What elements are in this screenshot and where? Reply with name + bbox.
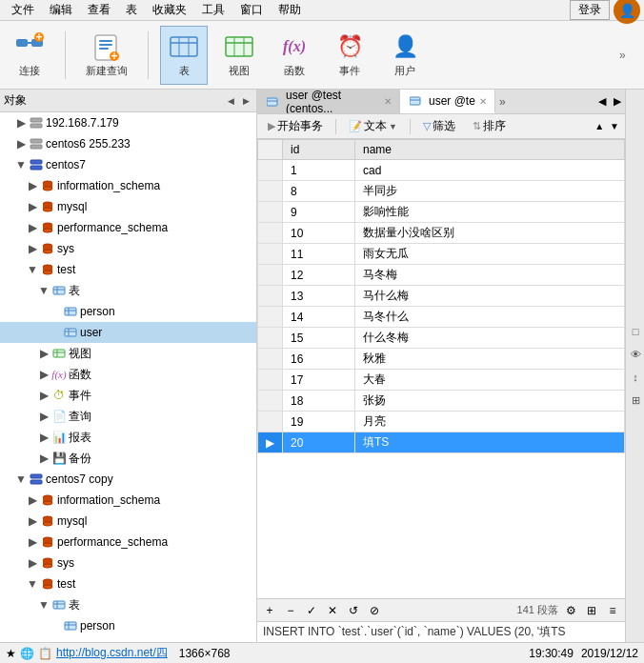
table-row[interactable]: 15什么冬梅 <box>258 328 625 349</box>
cell-name[interactable]: 什么冬梅 <box>355 328 625 349</box>
sidebar-item-user[interactable]: ▶ user <box>0 322 256 343</box>
cell-id[interactable]: 9 <box>283 202 355 223</box>
toolbar-expand[interactable]: » <box>619 49 638 62</box>
cell-id[interactable]: 16 <box>283 349 355 370</box>
cell-name[interactable]: 半同步 <box>355 181 625 202</box>
toolbar-event[interactable]: ⏰ 事件 <box>326 26 373 85</box>
sidebar-item-query-group[interactable]: ▶ 📄 查询 <box>0 406 256 427</box>
btn-add-row[interactable]: + <box>261 602 278 619</box>
sidebar-item-backup-group[interactable]: ▶ 💾 备份 <box>0 448 256 469</box>
sidebar-item-table-group[interactable]: ▼ 表 <box>0 280 256 301</box>
sidebar-item-db7[interactable]: ▶ mysql <box>0 511 256 532</box>
sidebar-item-view-group[interactable]: ▶ 视图 <box>0 343 256 364</box>
sidebar-item-server3[interactable]: ▼ centos7 <box>0 154 256 175</box>
table-row[interactable]: 16秋雅 <box>258 349 625 370</box>
sidebar-item-db6[interactable]: ▶ information_schema <box>0 490 256 511</box>
btn-refresh[interactable]: ↺ <box>345 602 362 619</box>
table-row[interactable]: 14马冬什么 <box>258 307 625 328</box>
cell-name[interactable]: 填TS <box>355 432 625 453</box>
btn-filter[interactable]: ▽ 筛选 <box>416 115 462 137</box>
btn-sort[interactable]: ⇅ 排序 <box>466 115 513 137</box>
tool-grid[interactable]: ⊞ <box>626 391 644 410</box>
cell-id[interactable]: 10 <box>283 223 355 244</box>
sidebar-item-db4[interactable]: ▶ sys <box>0 238 256 259</box>
sidebar-item-db5[interactable]: ▼ test <box>0 259 256 280</box>
cell-name[interactable]: 张扬 <box>355 391 625 412</box>
menu-tools[interactable]: 工具 <box>194 0 232 20</box>
cell-name[interactable]: 马冬什么 <box>355 307 625 328</box>
sidebar-item-func-group[interactable]: ▶ f(x) 函数 <box>0 364 256 385</box>
table-row[interactable]: 13马什么梅 <box>258 286 625 307</box>
sidebar-item-person[interactable]: ▶ person <box>0 301 256 322</box>
tool-eye[interactable]: 👁 <box>626 345 644 364</box>
sidebar-item-event-group[interactable]: ▶ ⏱ 事件 <box>0 385 256 406</box>
cell-name[interactable]: 马冬梅 <box>355 265 625 286</box>
btn-grid-view[interactable]: ⊞ <box>583 602 600 619</box>
menu-help[interactable]: 帮助 <box>271 0 309 20</box>
tab-1[interactable]: user @te ✕ <box>400 90 495 113</box>
sidebar-item-person2[interactable]: ▶ person <box>0 615 256 636</box>
sidebar-item-server2[interactable]: ▶ centos6 255.233 <box>0 133 256 154</box>
table-row[interactable]: 19月亮 <box>258 412 625 432</box>
cell-name[interactable]: 月亮 <box>355 412 625 432</box>
col-id[interactable]: id <box>283 140 355 160</box>
table-row[interactable]: 18张扬 <box>258 391 625 412</box>
btn-remove-row[interactable]: − <box>282 602 299 619</box>
table-container[interactable]: id name 1cad8半同步9影响性能10数据量小没啥区别11雨女无瓜12马… <box>257 139 625 598</box>
panel-scroll-down[interactable]: ▼ <box>608 119 621 133</box>
table-row[interactable]: 11雨女无瓜 <box>258 244 625 265</box>
sidebar-item-db9[interactable]: ▶ sys <box>0 552 256 573</box>
toolbar-table[interactable]: 表 <box>160 26 208 85</box>
tab0-close[interactable]: ✕ <box>384 96 392 107</box>
sidebar-item-table-group2[interactable]: ▼ 表 <box>0 594 256 615</box>
cell-id[interactable]: 12 <box>283 265 355 286</box>
sidebar-item-user2[interactable]: ▶ user <box>0 636 256 642</box>
btn-start-transaction[interactable]: ▶ 开始事务 <box>261 115 330 137</box>
cell-id[interactable]: 11 <box>283 244 355 265</box>
cell-id[interactable]: 8 <box>283 181 355 202</box>
tabs-more[interactable]: » <box>495 90 510 113</box>
menu-table[interactable]: 表 <box>118 0 145 20</box>
cell-name[interactable]: cad <box>355 160 625 181</box>
tool-minimize[interactable]: □ <box>626 322 644 341</box>
table-row[interactable]: 9影响性能 <box>258 202 625 223</box>
cell-id[interactable]: 15 <box>283 328 355 349</box>
menu-window[interactable]: 窗口 <box>232 0 271 20</box>
table-row[interactable]: 10数据量小没啥区别 <box>258 223 625 244</box>
tabs-scroll-right[interactable]: ▶ <box>610 95 625 108</box>
cell-name[interactable]: 秋雅 <box>355 349 625 370</box>
table-row[interactable]: 1cad <box>258 160 625 181</box>
login-button[interactable]: 登录 <box>570 0 610 20</box>
menu-file[interactable]: 文件 <box>4 0 42 20</box>
sidebar-item-report-group[interactable]: ▶ 📊 报表 <box>0 427 256 448</box>
col-name[interactable]: name <box>355 140 625 160</box>
cell-name[interactable]: 数据量小没啥区别 <box>355 223 625 244</box>
sidebar-item-server1[interactable]: ▶ 192.168.7.179 <box>0 112 256 133</box>
toolbar-function[interactable]: f(x) 函数 <box>271 26 318 85</box>
menu-edit[interactable]: 编辑 <box>42 0 80 20</box>
sidebar-item-db8[interactable]: ▶ performance_schema <box>0 532 256 552</box>
cell-name[interactable]: 马什么梅 <box>355 286 625 307</box>
toolbar-user[interactable]: 👤 用户 <box>381 26 429 85</box>
tab-0[interactable]: user @test (centos... ✕ <box>257 90 400 113</box>
sidebar-item-db3[interactable]: ▶ performance_schema <box>0 217 256 238</box>
btn-cancel-row[interactable]: ✕ <box>324 602 341 619</box>
sidebar-item-db2[interactable]: ▶ mysql <box>0 196 256 217</box>
menu-view[interactable]: 查看 <box>80 0 118 20</box>
sidebar-scroll-left[interactable]: ◀ <box>224 96 237 106</box>
toolbar-connect[interactable]: + 连接 <box>6 26 53 85</box>
btn-ban[interactable]: ⊘ <box>366 602 383 619</box>
sidebar-item-server4[interactable]: ▼ centos7 copy <box>0 469 256 490</box>
cell-name[interactable]: 大春 <box>355 370 625 391</box>
cell-name[interactable]: 雨女无瓜 <box>355 244 625 265</box>
toolbar-view[interactable]: 视图 <box>215 26 263 85</box>
cell-id[interactable]: 13 <box>283 286 355 307</box>
table-row[interactable]: 12马冬梅 <box>258 265 625 286</box>
cell-id[interactable]: 18 <box>283 391 355 412</box>
toolbar-new-query[interactable]: + 新建查询 <box>77 26 136 85</box>
tabs-scroll-left[interactable]: ◀ <box>594 95 610 108</box>
cell-name[interactable]: 影响性能 <box>355 202 625 223</box>
btn-text[interactable]: 📝 文本 ▼ <box>342 115 404 137</box>
sidebar-item-db10[interactable]: ▼ test <box>0 573 256 594</box>
btn-list-view[interactable]: ≡ <box>604 602 621 619</box>
